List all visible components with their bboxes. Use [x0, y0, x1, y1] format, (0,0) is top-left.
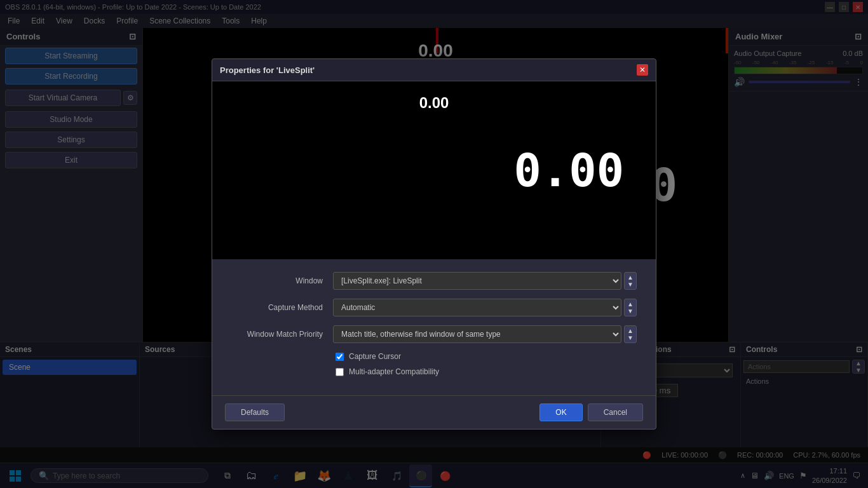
dialog-preview-timer: 0.00: [419, 94, 449, 112]
dialog-preview-timer-big: 0.00: [514, 144, 624, 197]
capture-method-label: Capture Method: [231, 303, 333, 312]
dialog-title: Properties for 'LiveSplit': [220, 65, 315, 75]
window-label: Window: [231, 276, 333, 285]
window-control: [LiveSplit.exe]: LiveSplit ▲▼: [333, 272, 637, 290]
dialog-footer: Defaults OK Cancel: [212, 395, 656, 429]
dialog-footer-right: OK Cancel: [539, 403, 643, 421]
match-priority-row: Window Match Priority Match title, other…: [231, 325, 637, 343]
capture-method-spin[interactable]: ▲▼: [624, 299, 637, 316]
cancel-button[interactable]: Cancel: [588, 403, 643, 421]
capture-cursor-label[interactable]: Capture Cursor: [349, 352, 401, 361]
multi-adapter-label[interactable]: Multi-adapter Compatibility: [349, 367, 439, 376]
capture-method-select[interactable]: Automatic BitBlt WGC: [333, 299, 621, 316]
dialog-form: Window [LiveSplit.exe]: LiveSplit ▲▼ Cap…: [212, 259, 656, 395]
window-spin[interactable]: ▲▼: [624, 272, 637, 290]
dialog-overlay: Properties for 'LiveSplit' ✕ 0.00 0.00 W…: [0, 0, 868, 488]
capture-cursor-row: Capture Cursor: [231, 352, 637, 361]
capture-method-control: Automatic BitBlt WGC ▲▼: [333, 299, 637, 316]
match-priority-select[interactable]: Match title, otherwise find window of sa…: [333, 325, 621, 343]
dialog-titlebar: Properties for 'LiveSplit' ✕: [212, 59, 656, 81]
dialog-preview: 0.00 0.00: [212, 81, 656, 259]
match-priority-spin[interactable]: ▲▼: [624, 325, 637, 343]
multi-adapter-row: Multi-adapter Compatibility: [231, 367, 637, 376]
match-priority-label: Window Match Priority: [231, 330, 333, 339]
multi-adapter-checkbox[interactable]: [336, 368, 344, 376]
capture-method-row: Capture Method Automatic BitBlt WGC ▲▼: [231, 299, 637, 316]
window-select[interactable]: [LiveSplit.exe]: LiveSplit: [333, 272, 621, 290]
ok-button[interactable]: OK: [539, 403, 582, 421]
properties-dialog: Properties for 'LiveSplit' ✕ 0.00 0.00 W…: [212, 58, 656, 430]
window-row: Window [LiveSplit.exe]: LiveSplit ▲▼: [231, 272, 637, 290]
defaults-button[interactable]: Defaults: [225, 403, 285, 421]
capture-cursor-checkbox[interactable]: [336, 353, 344, 361]
dialog-close-button[interactable]: ✕: [637, 64, 648, 76]
match-priority-control: Match title, otherwise find window of sa…: [333, 325, 637, 343]
